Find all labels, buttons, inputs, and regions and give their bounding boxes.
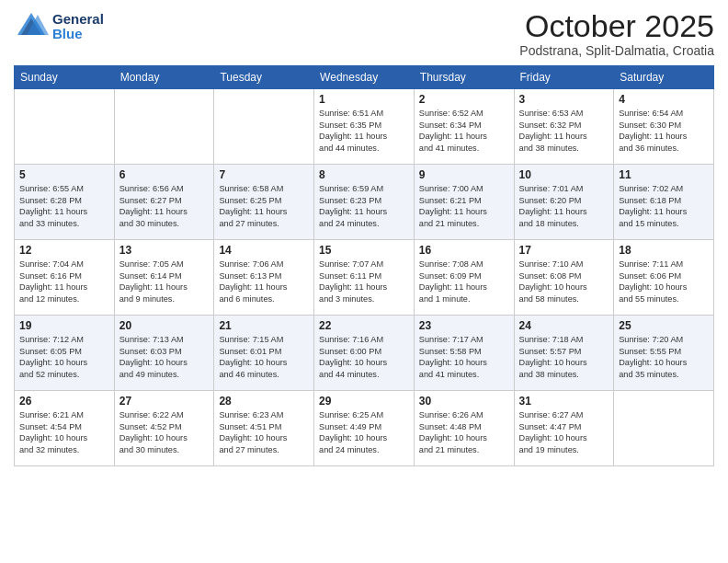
day-number: 24 <box>519 319 609 332</box>
table-row: 12Sunrise: 7:04 AM Sunset: 6:16 PM Dayli… <box>15 240 115 316</box>
table-row: 28Sunrise: 6:23 AM Sunset: 4:51 PM Dayli… <box>214 391 314 466</box>
day-number: 1 <box>319 93 409 106</box>
day-info: Sunrise: 7:05 AM Sunset: 6:14 PM Dayligh… <box>119 259 210 304</box>
table-row: 13Sunrise: 7:05 AM Sunset: 6:14 PM Dayli… <box>114 240 214 316</box>
day-number: 22 <box>319 319 409 332</box>
logo: General Blue <box>14 9 104 44</box>
day-info: Sunrise: 7:04 AM Sunset: 6:16 PM Dayligh… <box>19 259 109 304</box>
col-thursday: Thursday <box>414 66 514 89</box>
day-info: Sunrise: 7:18 AM Sunset: 5:57 PM Dayligh… <box>519 334 609 380</box>
day-number: 13 <box>119 244 210 257</box>
day-number: 5 <box>19 168 109 181</box>
day-info: Sunrise: 6:56 AM Sunset: 6:27 PM Dayligh… <box>119 183 210 229</box>
table-row: 18Sunrise: 7:11 AM Sunset: 6:06 PM Dayli… <box>614 240 714 316</box>
logo-general-text: General <box>52 12 104 28</box>
calendar-week-row: 5Sunrise: 6:55 AM Sunset: 6:28 PM Daylig… <box>15 165 714 240</box>
day-number: 19 <box>19 319 109 332</box>
day-number: 20 <box>119 319 210 332</box>
calendar-week-row: 26Sunrise: 6:21 AM Sunset: 4:54 PM Dayli… <box>15 391 714 466</box>
day-number: 30 <box>419 395 509 408</box>
day-number: 11 <box>619 168 709 181</box>
table-row: 3Sunrise: 6:53 AM Sunset: 6:32 PM Daylig… <box>514 89 614 165</box>
day-number: 4 <box>619 93 709 106</box>
calendar-week-row: 19Sunrise: 7:12 AM Sunset: 6:05 PM Dayli… <box>15 316 714 391</box>
day-number: 12 <box>19 244 109 257</box>
table-row: 7Sunrise: 6:58 AM Sunset: 6:25 PM Daylig… <box>214 165 314 240</box>
table-row: 17Sunrise: 7:10 AM Sunset: 6:08 PM Dayli… <box>514 240 614 316</box>
day-number: 3 <box>519 93 609 106</box>
header: General Blue October 2025 Podstrana, Spl… <box>14 9 714 58</box>
col-wednesday: Wednesday <box>314 66 415 89</box>
day-info: Sunrise: 7:01 AM Sunset: 6:20 PM Dayligh… <box>519 183 609 229</box>
day-info: Sunrise: 7:12 AM Sunset: 6:05 PM Dayligh… <box>19 334 109 380</box>
day-number: 26 <box>19 395 109 408</box>
table-row: 20Sunrise: 7:13 AM Sunset: 6:03 PM Dayli… <box>114 316 214 391</box>
table-row: 27Sunrise: 6:22 AM Sunset: 4:52 PM Dayli… <box>114 391 214 466</box>
table-row: 29Sunrise: 6:25 AM Sunset: 4:49 PM Dayli… <box>314 391 415 466</box>
col-sunday: Sunday <box>15 66 115 89</box>
table-row <box>214 89 314 165</box>
table-row: 16Sunrise: 7:08 AM Sunset: 6:09 PM Dayli… <box>414 240 514 316</box>
table-row: 24Sunrise: 7:18 AM Sunset: 5:57 PM Dayli… <box>514 316 614 391</box>
table-row: 8Sunrise: 6:59 AM Sunset: 6:23 PM Daylig… <box>314 165 415 240</box>
calendar-week-row: 1Sunrise: 6:51 AM Sunset: 6:35 PM Daylig… <box>15 89 714 165</box>
location-subtitle: Podstrana, Split-Dalmatia, Croatia <box>519 43 714 58</box>
table-row: 26Sunrise: 6:21 AM Sunset: 4:54 PM Dayli… <box>15 391 115 466</box>
day-info: Sunrise: 7:16 AM Sunset: 6:00 PM Dayligh… <box>319 334 409 380</box>
month-title: October 2025 <box>519 9 714 43</box>
day-number: 7 <box>219 168 309 181</box>
day-number: 21 <box>219 319 309 332</box>
table-row: 22Sunrise: 7:16 AM Sunset: 6:00 PM Dayli… <box>314 316 415 391</box>
table-row: 21Sunrise: 7:15 AM Sunset: 6:01 PM Dayli… <box>214 316 314 391</box>
day-info: Sunrise: 7:17 AM Sunset: 5:58 PM Dayligh… <box>419 334 509 380</box>
table-row <box>614 391 714 466</box>
day-info: Sunrise: 7:10 AM Sunset: 6:08 PM Dayligh… <box>519 259 609 304</box>
day-info: Sunrise: 6:23 AM Sunset: 4:51 PM Dayligh… <box>219 409 309 455</box>
table-row <box>114 89 214 165</box>
table-row: 14Sunrise: 7:06 AM Sunset: 6:13 PM Dayli… <box>214 240 314 316</box>
table-row: 4Sunrise: 6:54 AM Sunset: 6:30 PM Daylig… <box>614 89 714 165</box>
calendar-week-row: 12Sunrise: 7:04 AM Sunset: 6:16 PM Dayli… <box>15 240 714 316</box>
day-number: 15 <box>319 244 409 257</box>
day-info: Sunrise: 7:13 AM Sunset: 6:03 PM Dayligh… <box>119 334 210 380</box>
day-number: 8 <box>319 168 409 181</box>
table-row: 19Sunrise: 7:12 AM Sunset: 6:05 PM Dayli… <box>15 316 115 391</box>
day-info: Sunrise: 6:55 AM Sunset: 6:28 PM Dayligh… <box>19 183 109 229</box>
table-row: 1Sunrise: 6:51 AM Sunset: 6:35 PM Daylig… <box>314 89 415 165</box>
day-number: 9 <box>419 168 509 181</box>
day-number: 29 <box>319 395 409 408</box>
day-info: Sunrise: 7:02 AM Sunset: 6:18 PM Dayligh… <box>619 183 709 229</box>
day-info: Sunrise: 6:51 AM Sunset: 6:35 PM Dayligh… <box>319 108 409 154</box>
col-monday: Monday <box>114 66 214 89</box>
day-info: Sunrise: 7:07 AM Sunset: 6:11 PM Dayligh… <box>319 259 409 304</box>
day-info: Sunrise: 6:27 AM Sunset: 4:47 PM Dayligh… <box>519 409 609 455</box>
table-row: 15Sunrise: 7:07 AM Sunset: 6:11 PM Dayli… <box>314 240 415 316</box>
calendar-header-row: Sunday Monday Tuesday Wednesday Thursday… <box>15 66 714 89</box>
day-number: 14 <box>219 244 309 257</box>
day-number: 27 <box>119 395 210 408</box>
day-number: 28 <box>219 395 309 408</box>
day-info: Sunrise: 7:11 AM Sunset: 6:06 PM Dayligh… <box>619 259 709 304</box>
day-info: Sunrise: 7:00 AM Sunset: 6:21 PM Dayligh… <box>419 183 509 229</box>
day-number: 25 <box>619 319 709 332</box>
table-row: 25Sunrise: 7:20 AM Sunset: 5:55 PM Dayli… <box>614 316 714 391</box>
day-number: 2 <box>419 93 509 106</box>
day-info: Sunrise: 7:06 AM Sunset: 6:13 PM Dayligh… <box>219 259 309 304</box>
day-number: 23 <box>419 319 509 332</box>
day-info: Sunrise: 6:52 AM Sunset: 6:34 PM Dayligh… <box>419 108 509 154</box>
day-number: 17 <box>519 244 609 257</box>
col-friday: Friday <box>514 66 614 89</box>
day-number: 18 <box>619 244 709 257</box>
table-row: 9Sunrise: 7:00 AM Sunset: 6:21 PM Daylig… <box>414 165 514 240</box>
logo-text: General Blue <box>52 12 104 42</box>
table-row: 6Sunrise: 6:56 AM Sunset: 6:27 PM Daylig… <box>114 165 214 240</box>
logo-icon <box>14 9 49 44</box>
day-number: 16 <box>419 244 509 257</box>
day-number: 31 <box>519 395 609 408</box>
day-info: Sunrise: 7:08 AM Sunset: 6:09 PM Dayligh… <box>419 259 509 304</box>
day-info: Sunrise: 6:26 AM Sunset: 4:48 PM Dayligh… <box>419 409 509 455</box>
day-info: Sunrise: 6:21 AM Sunset: 4:54 PM Dayligh… <box>19 409 109 455</box>
day-info: Sunrise: 6:54 AM Sunset: 6:30 PM Dayligh… <box>619 108 709 154</box>
table-row <box>15 89 115 165</box>
day-info: Sunrise: 7:20 AM Sunset: 5:55 PM Dayligh… <box>619 334 709 380</box>
